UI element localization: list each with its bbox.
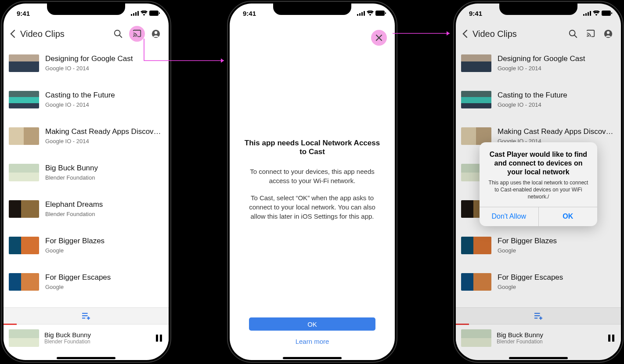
video-title: Designing for Google Cast — [45, 54, 163, 63]
svg-rect-17 — [160, 335, 162, 342]
cast-icon — [132, 29, 142, 39]
video-row[interactable]: Designing for Google CastGoogle IO - 201… — [4, 45, 169, 81]
video-thumb — [9, 237, 39, 254]
close-button-highlighted[interactable] — [371, 30, 387, 46]
svg-rect-21 — [364, 11, 365, 16]
alert-title: Cast Player would like to find and conne… — [486, 150, 591, 177]
svg-rect-2 — [135, 12, 137, 16]
video-row[interactable]: For Bigger BlazesGoogle — [4, 227, 169, 263]
video-row[interactable]: Big Buck BunnyBlender Foundation — [4, 154, 169, 191]
video-thumb — [9, 91, 39, 108]
video-text: Making Cast Ready Apps Discover...Google… — [45, 127, 163, 144]
svg-rect-5 — [159, 12, 160, 14]
signal-icon — [131, 11, 139, 16]
video-row[interactable]: Elephant DreamsBlender Foundation — [4, 191, 169, 227]
video-subtitle: Google IO - 2014 — [45, 101, 163, 108]
svg-rect-18 — [357, 14, 358, 16]
local-network-alert: Cast Player would like to find and conne… — [480, 142, 597, 226]
video-title: For Bigger Escapes — [45, 273, 163, 282]
account-button[interactable] — [149, 27, 162, 40]
interstitial-body: To connect to your devices, this app nee… — [242, 167, 382, 229]
now-playing-title: Big Buck Bunny — [44, 331, 149, 339]
interstitial-p1: To connect to your devices, this app nee… — [242, 167, 382, 185]
screen-3: 9:41 Video Clips Designing for Google Ca… — [456, 4, 621, 360]
svg-line-7 — [119, 35, 122, 38]
interstitial-heading: This app needs Local Network Access to C… — [242, 139, 382, 156]
video-text: Casting to the FutureGoogle IO - 2014 — [45, 91, 163, 108]
account-icon — [151, 29, 161, 39]
svg-rect-22 — [375, 11, 385, 16]
now-playing-subtitle: Blender Foundation — [44, 339, 149, 345]
signal-icon — [357, 11, 365, 16]
back-icon[interactable] — [10, 29, 16, 38]
home-indicator[interactable] — [509, 357, 568, 359]
svg-rect-1 — [133, 13, 134, 16]
now-playing-thumb — [9, 329, 39, 347]
screen-1: 9:41 Video Clips Designing for Google Ca… — [4, 4, 169, 360]
interstitial-p2: To Cast, select “OK” when the app asks t… — [242, 193, 382, 221]
status-time: 9:41 — [243, 10, 269, 17]
svg-rect-23 — [385, 12, 386, 14]
status-icons — [355, 11, 386, 16]
video-thumb — [9, 54, 39, 72]
svg-rect-19 — [359, 13, 361, 16]
svg-point-10 — [155, 31, 157, 34]
notch — [499, 2, 577, 15]
screen-2: 9:41 This app needs Local Network Access… — [230, 4, 395, 360]
video-subtitle: Google IO - 2014 — [45, 65, 163, 72]
video-subtitle: Blender Foundation — [45, 211, 163, 217]
wifi-icon — [367, 11, 374, 16]
home-indicator[interactable] — [57, 357, 115, 359]
queue-bar[interactable] — [4, 307, 169, 324]
video-subtitle: Google — [45, 284, 163, 290]
close-icon — [375, 34, 383, 42]
video-subtitle: Google — [45, 247, 163, 254]
video-text: For Bigger EscapesGoogle — [45, 273, 163, 290]
now-playing-text: Big Buck Bunny Blender Foundation — [44, 331, 149, 345]
learn-more-link[interactable]: Learn more — [296, 338, 329, 345]
svg-rect-4 — [149, 11, 159, 16]
alert-dont-allow-button[interactable]: Don't Allow — [480, 207, 538, 226]
phone-3: 9:41 Video Clips Designing for Google Ca… — [453, 1, 624, 363]
video-thumb — [9, 200, 39, 218]
alert-ok-button[interactable]: OK — [538, 207, 598, 226]
video-text: Designing for Google CastGoogle IO - 201… — [45, 54, 163, 72]
search-button[interactable] — [112, 27, 125, 40]
battery-icon — [375, 11, 386, 16]
video-row[interactable]: Casting to the FutureGoogle IO - 2014 — [4, 81, 169, 118]
video-list[interactable]: Designing for Google CastGoogle IO - 201… — [4, 45, 169, 307]
playlist-add-icon — [81, 312, 91, 320]
phone-2: 9:41 This app needs Local Network Access… — [227, 1, 397, 363]
app-bar: Video Clips — [4, 23, 169, 45]
video-row[interactable]: For Bigger EscapesGoogle — [4, 263, 169, 300]
notch — [47, 2, 125, 15]
video-title: Elephant Dreams — [45, 200, 163, 209]
now-playing-bar[interactable]: Big Buck Bunny Blender Foundation — [4, 324, 169, 351]
svg-rect-20 — [361, 12, 363, 16]
notch — [273, 2, 351, 15]
svg-rect-16 — [156, 335, 158, 342]
status-icons — [129, 11, 160, 16]
video-thumb — [9, 127, 39, 145]
status-time: 9:41 — [17, 10, 43, 17]
video-subtitle: Google IO - 2014 — [45, 138, 163, 144]
video-title: Big Buck Bunny — [45, 164, 163, 173]
home-indicator[interactable] — [283, 357, 342, 359]
video-title: For Bigger Blazes — [45, 237, 163, 245]
wifi-icon — [141, 11, 148, 16]
video-thumb — [9, 164, 39, 181]
ok-button[interactable]: OK — [249, 317, 375, 331]
pause-icon[interactable] — [155, 334, 163, 342]
video-thumb — [9, 273, 39, 291]
svg-rect-0 — [131, 14, 132, 16]
playback-progress — [4, 324, 17, 325]
cast-button-highlighted[interactable] — [129, 26, 145, 42]
phone-1: 9:41 Video Clips Designing for Google Ca… — [1, 1, 171, 363]
svg-rect-3 — [137, 11, 139, 16]
search-icon — [113, 29, 123, 39]
video-text: Elephant DreamsBlender Foundation — [45, 200, 163, 217]
battery-icon — [149, 11, 160, 16]
video-title: Casting to the Future — [45, 91, 163, 100]
video-title: Making Cast Ready Apps Discover... — [45, 127, 163, 136]
video-row[interactable]: Making Cast Ready Apps Discover...Google… — [4, 118, 169, 154]
